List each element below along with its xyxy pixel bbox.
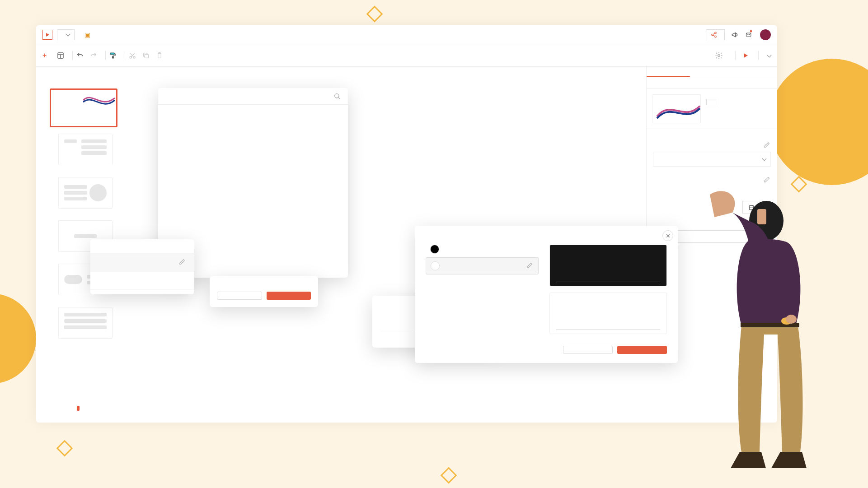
folder-icon[interactable]: ▣ bbox=[84, 31, 90, 38]
orientation-selector[interactable] bbox=[675, 230, 771, 243]
edit-bg-icon[interactable] bbox=[526, 262, 534, 270]
cut-icon[interactable] bbox=[128, 51, 137, 60]
title-bar: ▣ bbox=[36, 25, 777, 44]
slide-strip bbox=[42, 88, 128, 350]
font-scheme-selector[interactable] bbox=[653, 152, 771, 167]
edit-header-font-icon[interactable] bbox=[179, 259, 186, 266]
svg-point-19 bbox=[718, 54, 720, 56]
paint-roller-icon[interactable] bbox=[108, 51, 117, 60]
custom-scheme-popover: ✕ bbox=[415, 226, 678, 363]
close-icon[interactable]: ✕ bbox=[662, 230, 673, 241]
font-color-header bbox=[647, 129, 777, 140]
tab-format[interactable] bbox=[647, 67, 690, 77]
bottom-tabs bbox=[77, 406, 89, 414]
app-logo-icon bbox=[42, 30, 52, 40]
theme-thumbnail bbox=[652, 94, 701, 123]
paste-icon[interactable] bbox=[155, 51, 164, 60]
layout-icon[interactable] bbox=[56, 51, 65, 60]
custom-fonts-header bbox=[90, 247, 194, 253]
svg-rect-10 bbox=[110, 53, 114, 55]
done-button[interactable] bbox=[267, 292, 311, 300]
header-font-row[interactable] bbox=[90, 253, 194, 272]
svg-rect-16 bbox=[145, 54, 148, 58]
svg-point-29 bbox=[786, 315, 797, 324]
copy-icon[interactable] bbox=[141, 51, 150, 60]
custom-fonts-popover bbox=[90, 239, 194, 294]
svg-rect-21 bbox=[749, 205, 753, 209]
slide-thumbnail[interactable] bbox=[50, 88, 117, 127]
custom-done-button[interactable] bbox=[617, 346, 667, 354]
svg-point-3 bbox=[715, 36, 717, 37]
styles-button[interactable] bbox=[742, 201, 771, 214]
share-button[interactable] bbox=[706, 29, 725, 40]
svg-point-2 bbox=[712, 34, 713, 36]
svg-marker-0 bbox=[46, 33, 49, 37]
main-toolbar: + bbox=[36, 44, 777, 67]
chart-preview-dark bbox=[549, 245, 667, 286]
edit-color-scheme-icon[interactable] bbox=[764, 177, 771, 184]
reset-button[interactable] bbox=[217, 292, 262, 300]
layout-option[interactable] bbox=[58, 134, 113, 165]
svg-point-1 bbox=[715, 32, 717, 34]
edit-font-scheme-icon[interactable] bbox=[764, 142, 771, 149]
bg-dark-option[interactable] bbox=[426, 241, 539, 257]
chart-preview-light bbox=[549, 293, 667, 334]
svg-point-23 bbox=[335, 94, 339, 98]
svg-marker-20 bbox=[744, 53, 748, 58]
custom-reset-button[interactable] bbox=[563, 346, 613, 354]
user-avatar[interactable] bbox=[760, 29, 771, 40]
svg-line-5 bbox=[713, 35, 715, 36]
slide-number bbox=[42, 88, 47, 127]
undo-icon[interactable] bbox=[75, 51, 84, 60]
svg-line-4 bbox=[713, 33, 715, 34]
layout-option[interactable] bbox=[58, 307, 113, 339]
bg-light-option[interactable] bbox=[426, 257, 539, 274]
svg-line-24 bbox=[338, 98, 340, 99]
title-preview-popover bbox=[210, 276, 318, 307]
add-slide-button[interactable]: + bbox=[42, 51, 50, 60]
mail-icon[interactable] bbox=[746, 31, 754, 39]
library-tab[interactable] bbox=[77, 406, 80, 414]
layout-option[interactable] bbox=[58, 177, 113, 209]
file-menu[interactable] bbox=[57, 29, 75, 40]
play-options-chevron-icon[interactable] bbox=[766, 51, 771, 60]
play-button[interactable] bbox=[743, 53, 751, 58]
change-theme-button[interactable] bbox=[706, 99, 716, 105]
settings-icon[interactable] bbox=[714, 51, 723, 60]
tab-animate[interactable] bbox=[690, 67, 733, 77]
redo-icon[interactable] bbox=[89, 51, 98, 60]
app-window: ▣ + bbox=[36, 25, 777, 423]
megaphone-icon[interactable] bbox=[731, 31, 739, 39]
svg-point-28 bbox=[781, 317, 792, 325]
search-icon bbox=[333, 93, 341, 100]
font-search-input[interactable] bbox=[165, 93, 333, 100]
svg-rect-11 bbox=[113, 56, 114, 58]
tab-review[interactable] bbox=[734, 67, 777, 77]
body-font-row[interactable] bbox=[90, 272, 194, 290]
